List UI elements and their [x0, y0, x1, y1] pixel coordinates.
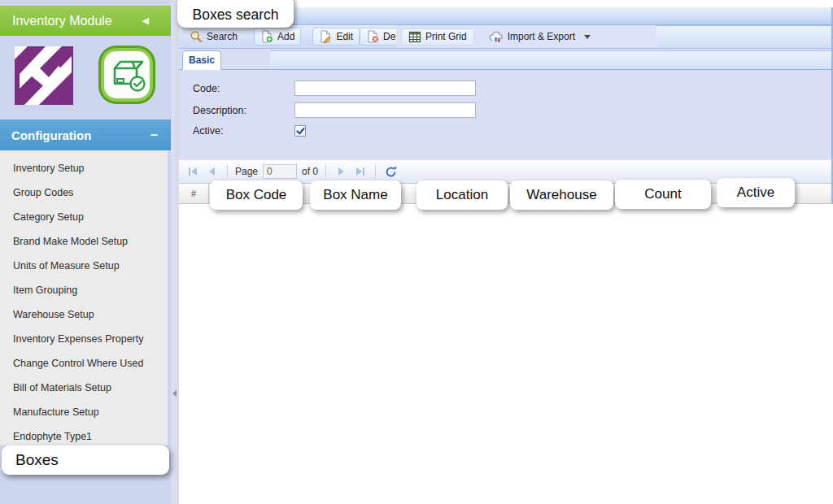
column-header-active[interactable]: Active	[717, 178, 795, 207]
pager-separator	[325, 165, 326, 178]
page-count-label: of 0	[302, 166, 318, 177]
description-row: Description:	[193, 102, 476, 118]
sidebar: Inventory Module ◀	[0, 0, 171, 504]
toolbar: Search Add	[179, 25, 833, 49]
toolbar-segment-crud: Search Add	[179, 25, 396, 48]
search-icon	[190, 30, 203, 43]
pager-separator	[375, 165, 376, 178]
code-label: Code:	[193, 83, 294, 94]
active-row: Active:	[193, 125, 306, 137]
toolbar-filler	[656, 25, 831, 48]
inventory-boxes-icon	[97, 44, 157, 106]
tab-boxes-search-callout[interactable]: Boxes search	[177, 0, 294, 28]
edit-button[interactable]: Edit	[312, 28, 360, 46]
sidebar-item-units-of-measure-setup[interactable]: Units of Measure Setup	[0, 254, 168, 278]
sidebar-item-bill-of-materials-setup[interactable]: Bill of Materials Setup	[0, 376, 168, 400]
grid-body	[179, 204, 833, 504]
last-page-button[interactable]	[353, 164, 368, 179]
refresh-button[interactable]	[383, 164, 398, 179]
import-export-button[interactable]: Import & Export	[484, 28, 595, 46]
form-tab-bar: Basic	[179, 49, 831, 70]
sidebar-item-brand-make-model-setup[interactable]: Brand Make Model Setup	[0, 229, 168, 254]
active-label: Active:	[193, 125, 294, 137]
sidebar-section-configuration[interactable]: Configuration –	[0, 119, 171, 150]
active-checkbox[interactable]	[294, 125, 306, 137]
pager-separator	[227, 165, 228, 178]
search-button-label: Search	[207, 31, 238, 42]
column-header-warehouse[interactable]: Warehouse	[510, 180, 613, 210]
description-input[interactable]	[294, 102, 476, 118]
page-number-input[interactable]	[263, 164, 297, 179]
sidebar-item-inventory-setup[interactable]: Inventory Setup	[0, 156, 168, 180]
form-tab-bar-background	[270, 50, 831, 69]
splitter-collapse-icon[interactable]	[172, 390, 177, 397]
sidebar-splitter[interactable]	[171, 0, 179, 504]
edit-button-label: Edit	[336, 31, 353, 42]
search-button[interactable]: Search	[185, 28, 242, 46]
sidebar-item-item-grouping[interactable]: Item Grouping	[0, 278, 168, 302]
sidebar-item-inventory-expenses-property[interactable]: Inventory Expenses Property	[0, 327, 168, 351]
add-button[interactable]: Add	[254, 28, 301, 46]
print-grid-button-label: Print Grid	[425, 31, 467, 42]
module-header: Inventory Module ◀	[0, 6, 171, 36]
company-logo	[15, 46, 73, 105]
sidebar-item-group-codes[interactable]: Group Codes	[0, 180, 168, 205]
module-title: Inventory Module	[0, 14, 142, 28]
toolbar-segment-io: Print Grid Import & Export	[396, 25, 656, 48]
add-button-label: Add	[277, 31, 294, 42]
first-page-button[interactable]	[185, 164, 200, 179]
column-header-box-name[interactable]: Box Name	[310, 180, 401, 210]
delete-icon	[366, 30, 379, 43]
next-page-button[interactable]	[334, 164, 348, 179]
edit-icon	[319, 30, 332, 43]
search-form-panel: Basic Code: Description: Active:	[179, 49, 833, 159]
chevron-down-icon[interactable]	[584, 35, 591, 39]
page-label: Page	[235, 166, 258, 177]
section-title: Configuration	[0, 128, 150, 142]
collapse-sidebar-icon[interactable]: ◀	[142, 15, 171, 26]
sidebar-item-category-setup[interactable]: Category Setup	[0, 205, 168, 229]
configuration-menu: Inventory Setup Group Codes Category Set…	[0, 150, 168, 445]
check-icon	[296, 127, 305, 136]
sidebar-item-boxes-callout[interactable]: Boxes	[2, 445, 169, 475]
sidebar-item-manufacture-setup[interactable]: Manufacture Setup	[0, 400, 168, 424]
tab-basic[interactable]: Basic	[182, 50, 221, 70]
previous-page-button[interactable]	[205, 164, 220, 179]
code-input[interactable]	[294, 80, 476, 96]
sidebar-item-change-control-where-used[interactable]: Change Control Where Used	[0, 351, 168, 376]
column-header-location[interactable]: Location	[416, 180, 508, 210]
sidebar-item-warehouse-setup[interactable]: Warehouse Setup	[0, 302, 168, 327]
column-header-count[interactable]: Count	[615, 180, 711, 209]
code-row: Code:	[193, 80, 476, 96]
row-number-header: #	[179, 184, 209, 203]
print-grid-button[interactable]: Print Grid	[401, 28, 474, 46]
add-icon	[260, 30, 273, 43]
import-export-button-label: Import & Export	[508, 31, 575, 42]
collapse-section-icon[interactable]: –	[150, 128, 171, 142]
print-grid-icon	[408, 31, 421, 43]
app-window: Inventory Module ◀	[0, 0, 833, 504]
description-label: Description:	[193, 105, 294, 116]
refresh-icon	[385, 166, 397, 178]
import-export-icon	[489, 31, 504, 43]
main-panel: Search Add	[179, 0, 833, 504]
column-header-box-code[interactable]: Box Code	[210, 180, 303, 210]
